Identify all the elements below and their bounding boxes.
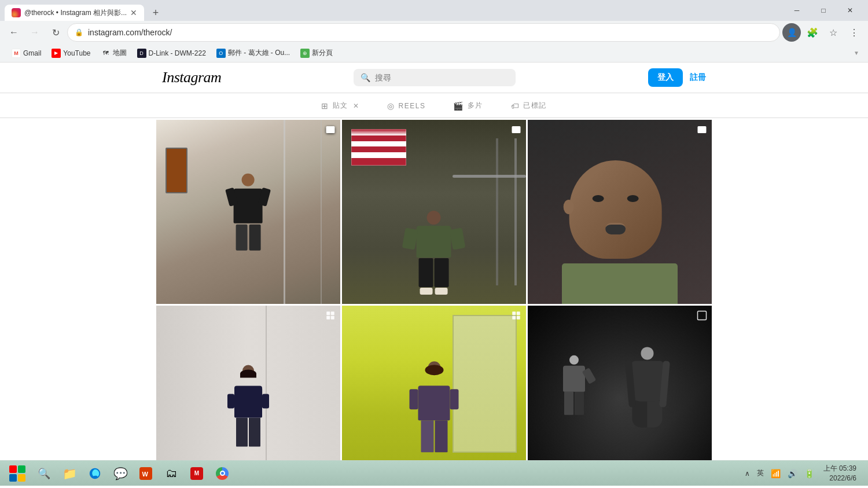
photo-grid [156,118,712,460]
bookmark-dlink[interactable]: D D-Link - DWM-222 [133,47,211,59]
register-button[interactable]: 註冊 [690,72,706,83]
photos-tab-icon: ⊞ [321,101,329,111]
grid-item-1-overlay [325,124,336,137]
taskbar-teams-button[interactable]: 💬 [109,462,132,485]
browser-minimize-button[interactable]: ─ [784,0,810,21]
login-button[interactable]: 登入 [648,68,683,87]
svg-rect-8 [698,311,707,320]
tab-close-icon[interactable]: ✕ [130,8,137,17]
bookmark-outlook[interactable]: O 郵件 - 葛大維 - Ou... [212,47,295,59]
bookmark-newtab-label: 新分頁 [312,48,333,58]
taskbar-malware-button[interactable]: M [185,462,208,485]
new-tab-button[interactable]: + [146,5,165,21]
taskbar: 🔍 📁 💬 W 🗂 M ∧ 英 📶 🔊 🔋 上午 05:39 2022/6/6 [0,460,868,486]
bookmark-youtube[interactable]: ▶ YouTube [47,47,95,59]
bookmark-maps[interactable]: 🗺 地圖 [97,47,131,59]
reels-tab-icon: ◎ [387,101,395,111]
taskbar-chrome-button[interactable] [211,462,234,485]
bookmark-gmail[interactable]: M Gmail [7,47,46,59]
newtab-icon: ⊕ [300,49,310,58]
extensions-button[interactable]: 🧩 [803,23,822,42]
start-button[interactable] [5,462,30,485]
bookmark-gmail-label: Gmail [23,49,41,57]
taskbar-office-button[interactable]: W [134,462,157,485]
svg-rect-3 [331,316,334,320]
url-text: instagram.com/therock/ [88,28,773,37]
tab-tagged[interactable]: 🏷 已標記 [511,93,547,118]
more-button[interactable]: ⋮ [845,23,863,42]
reels-tab-label: REELS [399,102,426,110]
taskbar-system-tray: ∧ 英 📶 🔊 🔋 上午 05:39 2022/6/6 [742,461,863,486]
svg-rect-7 [517,316,520,320]
header-actions: 登入 註冊 [648,68,706,87]
system-battery-icon[interactable]: 🔋 [802,467,816,480]
search-input[interactable] [375,73,509,82]
youtube-icon: ▶ [52,49,61,58]
nav-bar: ← → ↻ 🔒 instagram.com/therock/ 👤 🧩 ☆ ⋮ [0,21,868,44]
bookmark-newtab[interactable]: ⊕ 新分頁 [296,47,337,59]
videos-tab-icon: 🎬 [453,101,464,111]
grid-item-5-overlay [511,310,521,323]
tab-reels[interactable]: ◎ REELS [387,93,425,118]
close-tab-icon[interactable]: ✕ [353,102,360,110]
taskbar-search-button[interactable]: 🔍 [32,462,56,485]
browser-close-button[interactable]: ✕ [837,0,863,21]
active-tab[interactable]: @therock • Instagram 相片與影... ✕ [5,5,144,21]
taskbar-folder-button[interactable]: 🗂 [160,462,183,485]
taskbar-explorer-button[interactable]: 📁 [58,462,81,485]
grid-item-3-overlay [697,124,707,137]
instagram-logo[interactable]: Instagram [162,69,221,86]
system-sound-icon[interactable]: 🔊 [785,467,800,480]
videos-tab-label: 多片 [468,101,483,111]
refresh-button[interactable]: ↻ [46,23,65,42]
grid-item-2-overlay [511,124,521,137]
photos-tab-label: 貼文 [333,101,348,111]
grid-item-1[interactable] [156,120,340,304]
tab-bar: @therock • Instagram 相片與影... ✕ + ─ □ ✕ [0,0,868,21]
tab-videos[interactable]: 🎬 多片 [453,93,483,118]
tab-title: @therock • Instagram 相片與影... [24,8,127,18]
bookmark-youtube-label: YouTube [63,49,90,57]
svg-rect-1 [331,311,334,315]
grid-item-6[interactable] [528,306,712,460]
grid-item-5[interactable] [342,306,526,460]
clock-time: 上午 05:39 [823,464,856,474]
search-box[interactable]: 🔍 [354,69,516,86]
forward-button[interactable]: → [25,23,44,42]
grid-item-3[interactable] [528,120,712,304]
grid-item-6-overlay [697,310,707,323]
grid-item-2[interactable] [342,120,526,304]
bookmark-outlook-label: 郵件 - 葛大維 - Ou... [228,48,290,58]
bookmarks-bar: M Gmail ▶ YouTube 🗺 地圖 D D-Link - DWM-22… [0,44,868,63]
taskbar-edge-button[interactable] [83,462,106,485]
system-language[interactable]: 英 [755,466,766,480]
svg-text:W: W [142,470,149,477]
system-clock[interactable]: 上午 05:39 2022/6/6 [819,461,861,486]
grid-item-4-overlay [325,310,336,323]
back-button[interactable]: ← [5,23,23,42]
tab-photos[interactable]: ⊞ 貼文 ✕ [321,93,359,118]
lock-icon: 🔒 [75,28,83,36]
address-bar[interactable]: 🔒 instagram.com/therock/ [67,23,780,42]
bookmark-dlink-label: D-Link - DWM-222 [149,49,206,57]
bookmark-button[interactable]: ☆ [824,23,843,42]
instagram-header: Instagram 🔍 登入 註冊 [0,63,868,93]
system-tray-expand[interactable]: ∧ [742,467,752,480]
search-icon: 🔍 [361,73,370,82]
svg-rect-5 [517,311,520,315]
grid-item-4[interactable] [156,306,340,460]
svg-rect-4 [512,311,516,315]
tagged-tab-icon: 🏷 [511,101,520,111]
clock-date: 2022/6/6 [823,474,856,483]
profile-tabs: ⊞ 貼文 ✕ ◎ REELS 🎬 多片 🏷 已標記 [0,93,868,118]
system-wifi-icon[interactable]: 📶 [768,467,783,480]
tab-favicon [12,8,21,17]
outlook-icon: O [216,49,226,58]
instagram-content: Instagram 🔍 登入 註冊 ⊞ 貼文 ✕ ◎ REELS 🎬 多片 [0,63,868,460]
bookmark-maps-label: 地圖 [113,48,127,58]
search-container: 🔍 [354,69,516,86]
svg-rect-0 [326,311,330,315]
browser-maximize-button[interactable]: □ [810,0,837,21]
svg-rect-6 [512,316,516,320]
profile-button[interactable]: 👤 [782,23,801,42]
